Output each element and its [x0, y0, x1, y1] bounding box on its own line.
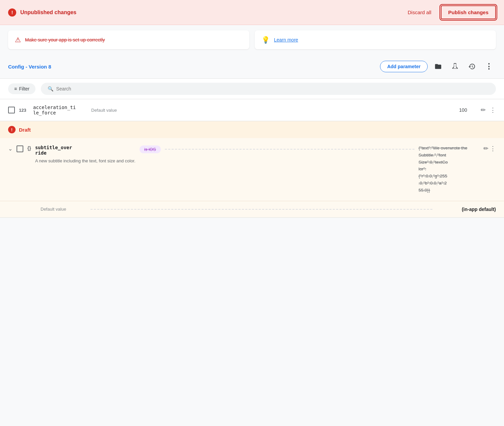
draft-header: ! Draft [0, 121, 504, 138]
draft-warning-icon: ! [8, 126, 16, 133]
learn-more-icon: 💡 [261, 36, 270, 44]
table-area: 123 acceleration_ti le_force Default val… [0, 99, 504, 121]
learn-more-card: 💡 Learn more [255, 30, 496, 49]
banner-text: Unpublished changes [20, 9, 398, 16]
edit-param-button[interactable]: ✏ [481, 106, 486, 114]
subtitle-param-row: ⌄ {} subtitle_override A new subtitle in… [0, 138, 504, 201]
type-number-icon: 123 [19, 108, 29, 113]
folder-icon-button[interactable] [432, 61, 445, 72]
flask-icon-button[interactable] [449, 61, 461, 72]
subtitle-name-col: subtitle_override A new subtitle includi… [35, 145, 135, 164]
dashed-separator [165, 149, 414, 150]
expand-chevron-button[interactable]: ⌄ [8, 145, 12, 152]
search-box: 🔍 [41, 83, 496, 95]
subtitle-checkbox[interactable] [17, 145, 23, 152]
publish-changes-button[interactable]: Publish changes [441, 5, 496, 19]
more-options-button[interactable]: ⋮ [482, 60, 496, 73]
param-value: 100 [450, 107, 477, 113]
search-icon: 🔍 [48, 86, 53, 91]
subtitle-param-name: subtitle_override [35, 145, 135, 156]
param-name: acceleration_ti le_force [33, 105, 87, 115]
history-icon-button[interactable] [465, 61, 478, 72]
default-value-label: Default value [41, 207, 81, 212]
subtitle-param-description: A new subtitle including the text, font … [35, 158, 135, 164]
warning-icon: ! [8, 8, 16, 17]
filter-icon: ≡ [14, 86, 17, 91]
filter-label: Filter [19, 86, 29, 91]
type-json-icon: {} [27, 145, 31, 151]
default-value-text: (in-app default) [442, 207, 496, 212]
draft-label: Draft [19, 127, 31, 133]
filter-search-row: ≡ Filter 🔍 [0, 78, 504, 99]
cards-row: ⚠ Make sure your app is set up correctly… [0, 25, 504, 55]
setup-warning-icon: ⚠ [15, 36, 21, 44]
edit-subtitle-button[interactable]: ✏ [483, 145, 488, 152]
draft-section: ! Draft ⌄ {} subtitle_override A new sub… [0, 121, 504, 218]
table-row: 123 acceleration_ti le_force Default val… [0, 99, 504, 121]
param-default-label: Default value [91, 108, 446, 113]
subtitle-action-icons: ✏ ⋮ [483, 145, 496, 152]
setup-card-text: Make sure your app is set up correctly [25, 37, 105, 43]
config-title: Config - Version 8 [8, 64, 376, 70]
subtitle-strikethrough-value: {"text":"We overwrote the Subtitle.","fo… [419, 145, 479, 194]
add-parameter-button[interactable]: Add parameter [380, 61, 428, 72]
learn-more-text[interactable]: Learn more [274, 37, 298, 43]
subtitle-more-button[interactable]: ⋮ [490, 145, 496, 152]
config-header: Config - Version 8 Add parameter ⋮ [0, 55, 504, 78]
search-input[interactable] [56, 86, 489, 91]
unpublished-banner: ! Unpublished changes Discard all Publis… [0, 0, 504, 25]
condition-tag: is iOS [140, 145, 161, 153]
setup-card: ⚠ Make sure your app is set up correctly [8, 30, 249, 49]
default-dashed-line [91, 209, 432, 210]
default-value-row: Default value (in-app default) [0, 201, 504, 217]
param-more-button[interactable]: ⋮ [490, 106, 496, 114]
discard-all-button[interactable]: Discard all [402, 7, 437, 18]
row-checkbox[interactable] [8, 107, 15, 113]
filter-button[interactable]: ≡ Filter [8, 83, 35, 94]
